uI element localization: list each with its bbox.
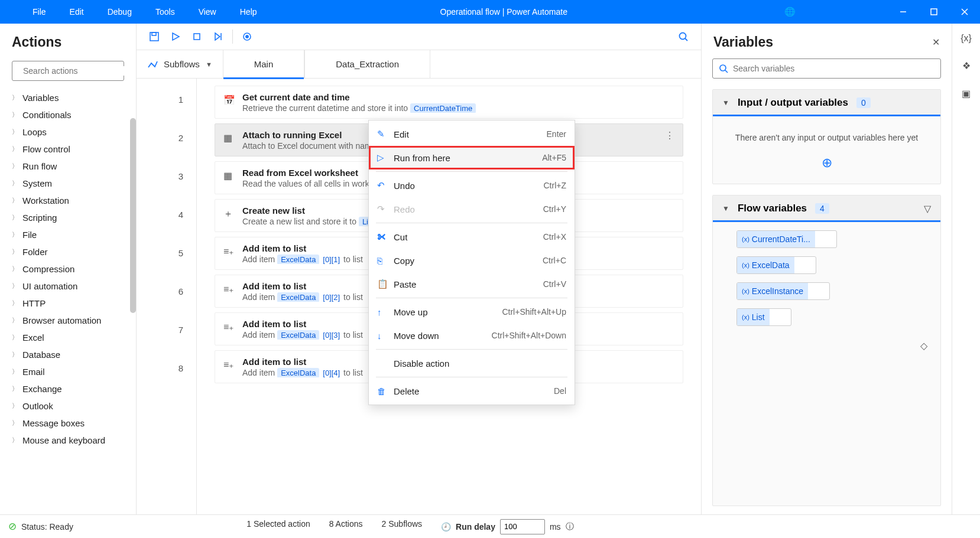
tab-main[interactable]: Main (223, 50, 305, 79)
flow-variables-header[interactable]: ▼ Flow variables 4 ▽ (713, 195, 940, 222)
variable-chip-list[interactable]: (x) List (736, 308, 791, 326)
menu-debug[interactable]: Debug (108, 7, 132, 17)
run-button[interactable] (165, 26, 186, 47)
actions-panel: Actions 〉Variables〉Conditionals〉Loops〉Fl… (0, 24, 137, 514)
context-redo: ↷RedoCtrl+Y (369, 197, 575, 221)
line-number: 8 (137, 360, 196, 399)
context-undo[interactable]: ↶UndoCtrl+Z (369, 174, 575, 197)
layers-rail-icon[interactable]: ❖ (962, 60, 971, 71)
variable-chip-currentdateti[interactable]: (x) CurrentDateTi... (736, 230, 837, 248)
menu-tools[interactable]: Tools (155, 7, 175, 17)
actions-search[interactable] (12, 61, 124, 81)
context-move-up[interactable]: ↑Move upCtrl+Shift+Alt+Up (369, 300, 575, 324)
context-cut[interactable]: ✀CutCtrl+X (369, 225, 575, 249)
globe-icon[interactable]: 🌐 (774, 0, 805, 24)
action-category-message-boxes[interactable]: 〉Message boxes (0, 415, 136, 432)
flow-step[interactable]: 📅Get current date and timeRetrieve the c… (215, 86, 683, 119)
io-variables-header[interactable]: ▼ Input / output variables 0 (713, 90, 940, 116)
variable-chip-exceldata[interactable]: (x) ExcelData (736, 256, 816, 274)
svg-line-17 (725, 70, 728, 73)
line-number: 7 (137, 322, 196, 360)
right-rail: {x} ❖ ▣ (952, 24, 980, 514)
line-number: 1 (137, 92, 196, 130)
status-ok-icon: ⊘ (8, 520, 17, 533)
scrollbar[interactable] (130, 118, 136, 313)
action-category-folder[interactable]: 〉Folder (0, 243, 136, 260)
clock-icon: 🕘 (441, 522, 451, 532)
variables-search-input[interactable] (733, 64, 934, 73)
action-category-loops[interactable]: 〉Loops (0, 123, 136, 141)
flow-variables-title: Flow variables (738, 203, 807, 214)
svg-point-16 (720, 65, 726, 71)
svg-rect-6 (150, 32, 158, 41)
action-category-flow-control[interactable]: 〉Flow control (0, 141, 136, 158)
variable-chip-excelinstance[interactable]: (x) ExcelInstance (736, 282, 830, 300)
variables-search[interactable] (712, 58, 941, 79)
menu-file[interactable]: File (33, 7, 46, 17)
io-count-badge: 0 (856, 97, 871, 108)
svg-marker-10 (215, 33, 220, 40)
save-button[interactable] (144, 26, 165, 47)
menu-edit[interactable]: Edit (70, 7, 84, 17)
action-category-conditionals[interactable]: 〉Conditionals (0, 106, 136, 123)
filter-icon[interactable]: ▽ (924, 203, 931, 214)
add-io-variable-button[interactable]: ⊕ (713, 155, 940, 184)
context-delete[interactable]: 🗑DeleteDel (369, 379, 575, 403)
action-category-database[interactable]: 〉Database (0, 346, 136, 363)
action-category-browser-automation[interactable]: 〉Browser automation (0, 312, 136, 329)
run-delay-label: Run delay (456, 522, 495, 532)
action-category-ui-automation[interactable]: 〉UI automation (0, 278, 136, 295)
maximize-button[interactable] (919, 0, 949, 24)
flow-count-badge: 4 (815, 203, 829, 214)
action-category-email[interactable]: 〉Email (0, 363, 136, 380)
context-paste[interactable]: 📋PasteCtrl+V (369, 272, 575, 296)
close-button[interactable] (949, 0, 980, 24)
action-category-system[interactable]: 〉System (0, 175, 136, 192)
step-button[interactable] (207, 26, 229, 47)
close-variables-button[interactable]: ✕ (932, 37, 940, 48)
actions-heading: Actions (0, 24, 136, 57)
search-flow-button[interactable] (673, 26, 694, 47)
statusbar: ⊘ Status: Ready 1 Selected action 8 Acti… (0, 514, 980, 538)
subflows-button[interactable]: Subflows ▼ (137, 59, 223, 70)
context-move-down[interactable]: ↓Move downCtrl+Shift+Alt+Down (369, 324, 575, 347)
action-category-variables[interactable]: 〉Variables (0, 89, 136, 106)
minimize-button[interactable] (888, 0, 919, 24)
action-category-compression[interactable]: 〉Compression (0, 260, 136, 278)
context-copy[interactable]: ⎘CopyCtrl+C (369, 249, 575, 272)
action-category-http[interactable]: 〉HTTP (0, 295, 136, 312)
action-category-file[interactable]: 〉File (0, 226, 136, 243)
action-category-scripting[interactable]: 〉Scripting (0, 209, 136, 226)
line-number: 6 (137, 283, 196, 322)
action-category-workstation[interactable]: 〉Workstation (0, 192, 136, 209)
action-category-outlook[interactable]: 〉Outlook (0, 397, 136, 415)
record-button[interactable] (236, 26, 258, 47)
info-icon[interactable]: ⓘ (566, 521, 574, 532)
menu-help[interactable]: Help (240, 7, 257, 17)
line-number: 3 (137, 168, 196, 207)
svg-rect-1 (931, 9, 937, 15)
context-menu: ✎EditEnter▷Run from hereAlt+F5↶UndoCtrl+… (368, 120, 575, 405)
status-ready: Status: Ready (21, 522, 73, 532)
context-edit[interactable]: ✎EditEnter (369, 122, 575, 146)
action-category-mouse-and-keyboard[interactable]: 〉Mouse and keyboard (0, 432, 136, 449)
images-rail-icon[interactable]: ▣ (962, 88, 971, 99)
stop-button[interactable] (186, 26, 207, 47)
svg-point-14 (680, 33, 686, 40)
action-category-excel[interactable]: 〉Excel (0, 329, 136, 346)
run-delay-input[interactable] (500, 519, 545, 534)
status-subflows: 2 Subflows (382, 519, 422, 534)
titlebar: FileEditDebugToolsViewHelp Operational f… (0, 0, 980, 24)
svg-rect-9 (194, 34, 200, 40)
action-category-exchange[interactable]: 〉Exchange (0, 380, 136, 397)
context-disable-action[interactable]: Disable action (369, 351, 575, 375)
action-category-run-flow[interactable]: 〉Run flow (0, 158, 136, 175)
actions-search-input[interactable] (23, 66, 126, 76)
svg-point-13 (246, 35, 249, 38)
context-run-from-here[interactable]: ▷Run from hereAlt+F5 (369, 146, 575, 169)
menu-view[interactable]: View (199, 7, 216, 17)
delay-unit: ms (550, 522, 561, 532)
variable-rail-icon[interactable]: {x} (960, 33, 972, 44)
tab-data_extraction[interactable]: Data_Extraction (304, 50, 430, 79)
eraser-icon[interactable]: ◇ (713, 340, 940, 356)
